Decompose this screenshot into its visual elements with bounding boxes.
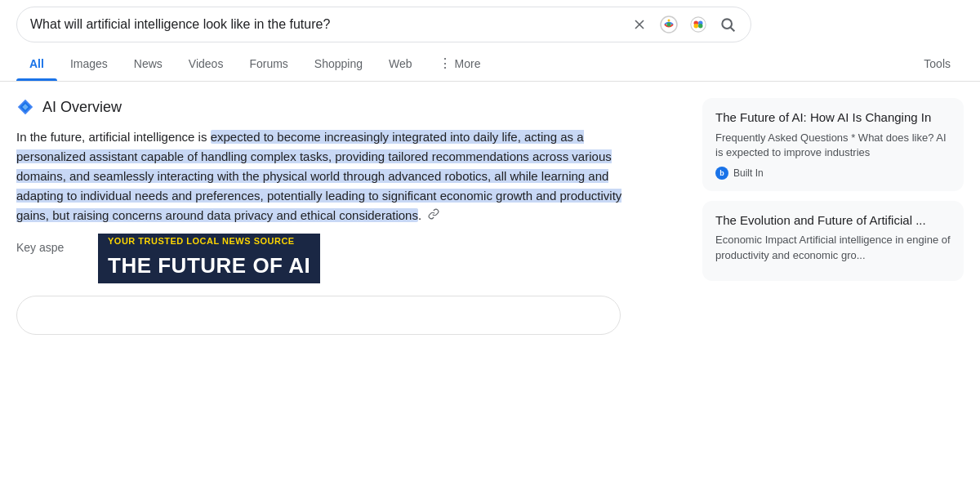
bottom-search-box[interactable] — [16, 296, 621, 335]
nav-tabs: All Images News Videos Forums Shopping W… — [0, 46, 980, 82]
svg-point-5 — [691, 17, 706, 32]
tab-more[interactable]: ⋮ More — [425, 46, 494, 81]
more-dots-icon: ⋮ — [439, 56, 452, 71]
ai-diamond-icon — [16, 98, 34, 116]
google-lens-icon[interactable] — [659, 15, 679, 34]
right-card-2-title: The Evolution and Future of Artificial .… — [715, 212, 951, 229]
tab-news[interactable]: News — [121, 47, 176, 80]
search-icon[interactable] — [718, 15, 737, 34]
tab-web[interactable]: Web — [376, 47, 425, 80]
key-aspects-label: Key aspe — [16, 241, 64, 254]
tab-images[interactable]: Images — [57, 47, 121, 80]
ai-overview-title: AI Overview — [42, 99, 122, 116]
clear-search-icon[interactable] — [630, 15, 649, 34]
search-bar[interactable]: What will artificial intelligence look l… — [16, 7, 751, 42]
search-bar-area: What will artificial intelligence look l… — [0, 0, 980, 42]
link-icon[interactable] — [428, 208, 439, 220]
tab-videos[interactable]: Videos — [176, 47, 237, 80]
ai-overview-header: AI Overview — [16, 98, 686, 116]
right-card-2-snippet: Economic Impact Artificial intelligence … — [715, 233, 951, 262]
svg-point-8 — [694, 24, 699, 29]
ai-overview-text: In the future, artificial intelligence i… — [16, 127, 653, 225]
svg-point-10 — [722, 19, 732, 29]
main-content: AI Overview In the future, artificial in… — [0, 82, 980, 335]
svg-point-4 — [668, 20, 670, 22]
right-card-1-source-name: Built In — [733, 167, 764, 179]
left-panel: AI Overview In the future, artificial in… — [16, 98, 686, 335]
news-banner-bottom-text: THE FUTURE OF AI — [98, 248, 320, 283]
svg-line-11 — [731, 28, 735, 32]
tab-all[interactable]: All — [16, 47, 57, 80]
search-icon-group — [630, 15, 737, 34]
right-card-1[interactable]: The Future of AI: How AI Is Changing In … — [702, 98, 964, 191]
tab-tools[interactable]: Tools — [911, 47, 964, 80]
tab-forums[interactable]: Forums — [236, 47, 301, 80]
right-card-1-source: b Built In — [715, 167, 951, 180]
right-card-1-favicon: b — [715, 167, 728, 180]
right-panel: The Future of AI: How AI Is Changing In … — [702, 98, 964, 335]
right-card-1-snippet: Frequently Asked Questions * What does l… — [715, 131, 951, 160]
search-query-text: What will artificial intelligence look l… — [30, 17, 630, 32]
svg-point-9 — [698, 24, 703, 29]
right-card-2[interactable]: The Evolution and Future of Artificial .… — [702, 201, 964, 281]
key-aspects-area: Key aspe YOUR TRUSTED LOCAL NEWS SOURCE … — [16, 240, 686, 335]
voice-search-icon[interactable] — [688, 15, 708, 34]
right-card-1-title: The Future of AI: How AI Is Changing In — [715, 109, 951, 126]
tab-shopping[interactable]: Shopping — [301, 47, 376, 80]
news-banner-top-text: YOUR TRUSTED LOCAL NEWS SOURCE — [98, 234, 320, 248]
ai-text-before: In the future, artificial intelligence i… — [16, 130, 211, 144]
ai-text-after: . — [418, 208, 421, 222]
news-banner: YOUR TRUSTED LOCAL NEWS SOURCE THE FUTUR… — [98, 234, 320, 283]
svg-point-3 — [667, 23, 671, 27]
